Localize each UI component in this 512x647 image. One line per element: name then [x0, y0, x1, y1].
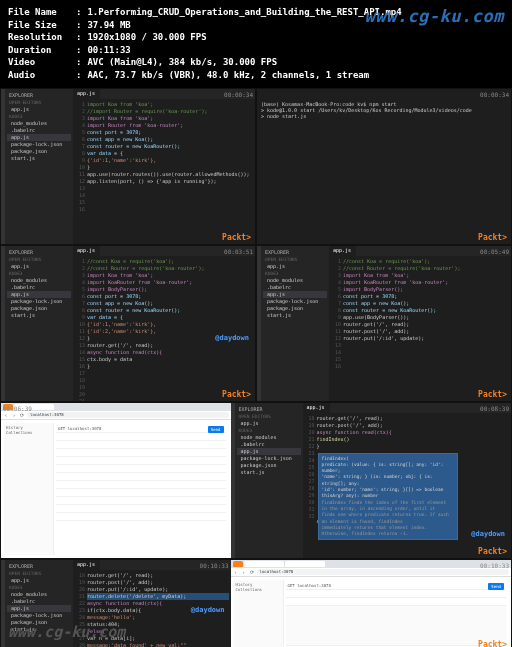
file-size-value: 37.94 MB: [87, 19, 130, 32]
pane-4: EXPLORER OPEN EDITORS app.js KODE3 node_…: [256, 245, 512, 402]
packt-logo: Packt>: [478, 390, 507, 399]
reload-icon[interactable]: ⟳: [19, 412, 25, 418]
file-name-value: 1.Performing_CRUD_Operations_and_Buildin…: [87, 6, 401, 19]
audio-value: AAC, 73.7 kb/s (VBR), 48.0 kHz, 2 channe…: [87, 69, 369, 82]
timestamp: 00:00:34: [480, 91, 509, 98]
pane-3: EXPLORER OPEN EDITORS app.js KODE3 node_…: [0, 245, 256, 402]
code-editor[interactable]: app.js 12345678910111213141516 import Ko…: [73, 89, 255, 244]
send-button[interactable]: Send: [488, 583, 504, 590]
packt-logo: Packt>: [222, 233, 251, 242]
code-editor[interactable]: app.js 123456789101112131415161718192021…: [73, 246, 255, 401]
line-numbers: 12345678910111213141516: [73, 101, 85, 213]
explorer-sidebar[interactable]: EXPLORER OPEN EDITORS app.js KODE3 node_…: [5, 89, 73, 244]
sidebar-item[interactable]: app.js: [7, 134, 71, 141]
code-editor[interactable]: app.js 12345678910111213141516 //const K…: [329, 246, 511, 401]
url-input[interactable]: localhost:3078: [257, 569, 510, 575]
screenshot-grid: EXPLORER OPEN EDITORS app.js KODE3 node_…: [0, 88, 512, 647]
sidebar-item[interactable]: start.js: [7, 155, 71, 162]
postman-sidebar[interactable]: History Collections: [4, 423, 54, 555]
resolution-value: 1920x1080 / 30.000 FPS: [87, 31, 206, 44]
forward-icon[interactable]: ›: [241, 569, 247, 575]
file-name-label: File Name: [8, 6, 76, 19]
pane-5: ‹ › ⟳ localhost:3078 History Collections…: [0, 402, 512, 559]
editor-tab[interactable]: app.js: [73, 89, 100, 99]
packt-logo: Packt>: [478, 233, 507, 242]
video-value: AVC (Main@L4), 384 kb/s, 30.000 FPS: [87, 56, 277, 69]
forward-icon[interactable]: ›: [11, 412, 17, 418]
packt-logo: Packt>: [222, 390, 251, 399]
postman-browser[interactable]: ‹ › ⟳ localhost:3078 History Collections…: [1, 403, 231, 558]
timestamp: 00:05:49: [480, 248, 509, 255]
pane-2: (base) Kosamas-MacBook-Pro:code kv$ npm …: [256, 88, 512, 245]
sidebar-item[interactable]: package.json: [7, 148, 71, 155]
file-size-label: File Size: [8, 19, 76, 32]
daydown-watermark: @daydown: [215, 334, 249, 342]
send-button[interactable]: Send: [208, 426, 224, 433]
sidebar-item[interactable]: app.js: [7, 106, 71, 113]
sidebar-item[interactable]: package-lock.json: [7, 141, 71, 148]
explorer-sidebar[interactable]: EXPLORER OPEN EDITORS app.js KODE3 node_…: [5, 246, 73, 401]
timestamp: 00:00:34: [224, 91, 253, 98]
sidebar-item[interactable]: node_modules: [7, 120, 71, 127]
video-label: Video: [8, 56, 76, 69]
sidebar-item[interactable]: .babelrc: [7, 127, 71, 134]
duration-value: 00:11:33: [87, 44, 130, 57]
url-input[interactable]: localhost:3078: [27, 412, 229, 418]
pane-1: EXPLORER OPEN EDITORS app.js KODE3 node_…: [0, 88, 256, 245]
explorer-sidebar[interactable]: EXPLORER OPEN EDITORS app.js KODE3 node_…: [261, 246, 329, 401]
timestamp: 00:03:51: [224, 248, 253, 255]
duration-label: Duration: [8, 44, 76, 57]
resolution-label: Resolution: [8, 31, 76, 44]
audio-label: Audio: [8, 69, 76, 82]
top-watermark: www.cg-ku.com: [364, 6, 504, 26]
terminal[interactable]: (base) Kosamas-MacBook-Pro:code kv$ npm …: [257, 89, 511, 244]
bottom-watermark: www.cg-ku.com: [8, 623, 125, 641]
postman-main[interactable]: GET localhost:3078Send: [54, 423, 228, 523]
intellisense-tooltip: findIndex( predicate: (value: { is: stri…: [318, 453, 458, 541]
back-icon[interactable]: ‹: [3, 412, 9, 418]
reload-icon[interactable]: ⟳: [249, 569, 255, 575]
back-icon[interactable]: ‹: [233, 569, 239, 575]
address-bar[interactable]: ‹ › ⟳ localhost:3078: [1, 411, 231, 420]
postman-browser[interactable]: ‹ › ⟳ localhost:3078 History Collections…: [231, 560, 512, 647]
